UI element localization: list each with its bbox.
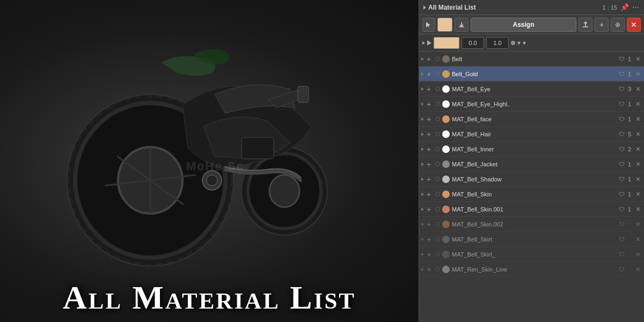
- pin-icon[interactable]: 📌: [620, 3, 629, 11]
- shield-icon: 🛡: [619, 146, 625, 152]
- mat-row-1[interactable]: + ⬡ Belt 🛡 1 ✕: [419, 52, 644, 67]
- select-mode-btn[interactable]: [422, 18, 435, 32]
- row-add-icon[interactable]: +: [425, 190, 433, 199]
- row-add-icon[interactable]: +: [425, 100, 433, 108]
- mat-name: MAT_Bell_Skirt_: [452, 251, 618, 258]
- row-remove-btn[interactable]: ✕: [634, 191, 642, 198]
- add-new-btn[interactable]: ⊕: [611, 18, 625, 32]
- play-icon[interactable]: [427, 40, 431, 46]
- row-remove-btn[interactable]: ✕: [634, 251, 642, 258]
- options-icon[interactable]: ⋯: [632, 3, 640, 11]
- shield-icon: 🛡: [619, 86, 625, 92]
- mat-color-dot: [442, 175, 450, 183]
- row-add-icon[interactable]: +: [425, 130, 433, 138]
- color-swatch[interactable]: [434, 37, 459, 49]
- mat-color-dot: [442, 266, 450, 273]
- close-panel-btn[interactable]: ✕: [627, 18, 641, 32]
- row-remove-btn[interactable]: ✕: [634, 145, 642, 153]
- mat-row-8[interactable]: + ⬡ MAT_Bell_Jacket 🛡 1 ✕: [419, 157, 644, 172]
- mat-color-dot: [442, 115, 450, 123]
- mat-row-15[interactable]: + ⬡ MAT_Ren_Skin_Line 🛡 ✕: [419, 262, 644, 277]
- mat-row-12[interactable]: + ⬡ MAT_Bell_Skin.002 🛡 ✕: [419, 217, 644, 232]
- mat-name: MAT_Bell_Skirt: [452, 236, 618, 243]
- row-add-icon[interactable]: +: [425, 55, 433, 63]
- chevron-down-2-icon[interactable]: ▾: [523, 39, 526, 47]
- mat-name: Belt_Gold: [452, 71, 618, 77]
- row-remove-btn[interactable]: ✕: [634, 266, 642, 273]
- mat-row-13[interactable]: + ⬡ MAT_Bell_Skirt 🛡 ✕: [419, 232, 644, 247]
- panel-header-right: 1 : 15 📌 ⋯: [602, 3, 640, 11]
- row-add-icon[interactable]: +: [425, 175, 433, 184]
- mat-color-dot: [442, 70, 450, 78]
- row-add-icon[interactable]: +: [425, 115, 433, 123]
- shield-icon: 🛡: [619, 71, 625, 77]
- row-add-icon[interactable]: +: [425, 235, 433, 244]
- mat-row-10[interactable]: + ⬡ MAT_Bell_Skin 🛡 1 ✕: [419, 187, 644, 202]
- mat-row-4[interactable]: + ⬡ MAT_Bell_Eye_Highl.. 🛡 1 ✕: [419, 97, 644, 112]
- mat-color-dot: [442, 145, 450, 153]
- shield-icon: 🛡: [619, 101, 625, 107]
- row-remove-btn[interactable]: ✕: [634, 175, 642, 183]
- row-remove-btn[interactable]: ✕: [634, 221, 642, 228]
- row-remove-btn[interactable]: ✕: [634, 160, 642, 168]
- mat-row-7[interactable]: + ⬡ MAT_Bell_Inner 🛡 2 ✕: [419, 142, 644, 157]
- row-add-icon[interactable]: +: [425, 85, 433, 93]
- row-add-icon[interactable]: +: [425, 220, 433, 229]
- chevron-down-icon[interactable]: ▾: [517, 39, 521, 47]
- mat-count: 1: [626, 161, 633, 167]
- row-remove-btn[interactable]: ✕: [634, 236, 642, 243]
- row-add-icon[interactable]: +: [425, 70, 433, 78]
- row-expand-icon: [421, 163, 424, 166]
- mat-name: MAT_Bell_Skin: [452, 191, 618, 197]
- row-dots-icon: ⬡: [434, 146, 441, 152]
- row-add-icon[interactable]: +: [425, 265, 433, 274]
- num-field-1[interactable]: [462, 37, 484, 49]
- svg-point-9: [269, 175, 299, 207]
- mat-row-9[interactable]: + ⬡ MAT_Bell_Shadow 🛡 1 ✕: [419, 172, 644, 187]
- mat-name: MAT_Bell_Eye_Highl..: [452, 101, 618, 107]
- mat-color-dot: [442, 221, 450, 228]
- mat-count: 5: [626, 131, 633, 137]
- assign-button[interactable]: Assign: [471, 18, 576, 32]
- mat-color-dot: [442, 130, 450, 138]
- mat-row-6[interactable]: + ⬡ MAT_Bell_Hair 🛡 5 ✕: [419, 127, 644, 142]
- mat-color-dot: [442, 236, 450, 243]
- toolbar-row-2: ▾ ▾: [419, 34, 644, 52]
- render-area: MoHe-Sc All Material List: [0, 0, 419, 322]
- row-dots-icon: ⬡: [434, 176, 441, 182]
- mat-name: MAT_Bell_Hair: [452, 131, 618, 137]
- row-remove-btn[interactable]: ✕: [634, 115, 642, 123]
- expand-icon-2[interactable]: [422, 41, 425, 45]
- mat-count: 1: [626, 176, 633, 182]
- mat-color-dot: [442, 206, 450, 213]
- mat-row-3[interactable]: + ⬡ MAT_Bell_Eye 🛡 3 ✕: [419, 82, 644, 97]
- row-add-icon[interactable]: +: [425, 205, 433, 214]
- row-remove-btn[interactable]: ✕: [634, 206, 642, 213]
- mat-row-11[interactable]: + ⬡ MAT_Bell_Skin.001 🛡 1 ✕: [419, 202, 644, 217]
- mat-row-14[interactable]: + ⬡ MAT_Bell_Skirt_ 🛡 ✕: [419, 247, 644, 262]
- mat-color-dot: [442, 100, 450, 108]
- mat-row-2[interactable]: + ⬡ Belt_Gold 🛡 1 ✕: [419, 67, 644, 82]
- row-add-icon[interactable]: +: [425, 145, 433, 153]
- collapse-icon[interactable]: [423, 5, 426, 10]
- add-btn[interactable]: +: [595, 18, 609, 32]
- row-add-icon[interactable]: +: [425, 160, 433, 169]
- row-dots-icon: ⬡: [434, 266, 441, 272]
- row-remove-btn[interactable]: ✕: [634, 100, 642, 108]
- mat-name: MAT_Bell_Inner: [452, 146, 618, 152]
- download-btn[interactable]: [455, 18, 469, 32]
- color-preview-btn[interactable]: [437, 18, 452, 32]
- row-remove-btn[interactable]: ✕: [634, 130, 642, 138]
- panel-title: All Material List: [428, 4, 476, 11]
- row-remove-btn[interactable]: ✕: [634, 85, 642, 93]
- row-remove-btn[interactable]: ✕: [634, 55, 642, 63]
- svg-rect-13: [298, 86, 309, 103]
- row-expand-icon: [421, 133, 424, 136]
- mat-count: 1: [626, 191, 633, 197]
- num-field-2[interactable]: [486, 37, 509, 49]
- row-remove-btn[interactable]: ✕: [634, 70, 642, 78]
- upload-btn[interactable]: [579, 18, 592, 32]
- toolbar-row-1: Assign + ⊕ ✕: [419, 15, 644, 34]
- mat-row-5[interactable]: + ⬡ MAT_Bell_face 🛡 1 ✕: [419, 112, 644, 127]
- row-add-icon[interactable]: +: [425, 250, 433, 259]
